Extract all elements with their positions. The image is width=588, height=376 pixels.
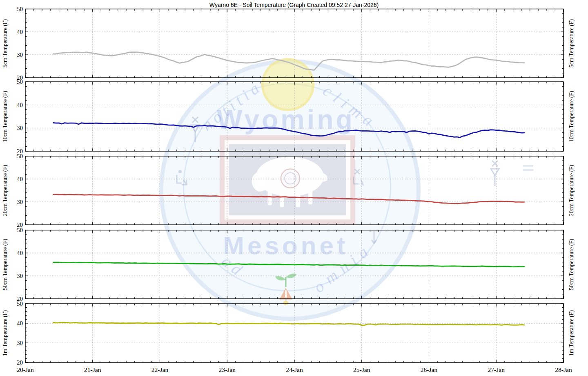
- series-line-5cm: [53, 52, 524, 70]
- series-line-10cm: [53, 123, 524, 138]
- series-line-1m: [53, 322, 524, 325]
- series-line-50cm: [53, 262, 524, 267]
- chart-canvas: [0, 0, 588, 376]
- series-line-20cm: [53, 195, 524, 204]
- soil-temperature-chart-page: Wyarno 6E - Soil Temperature (Graph Crea…: [0, 0, 588, 376]
